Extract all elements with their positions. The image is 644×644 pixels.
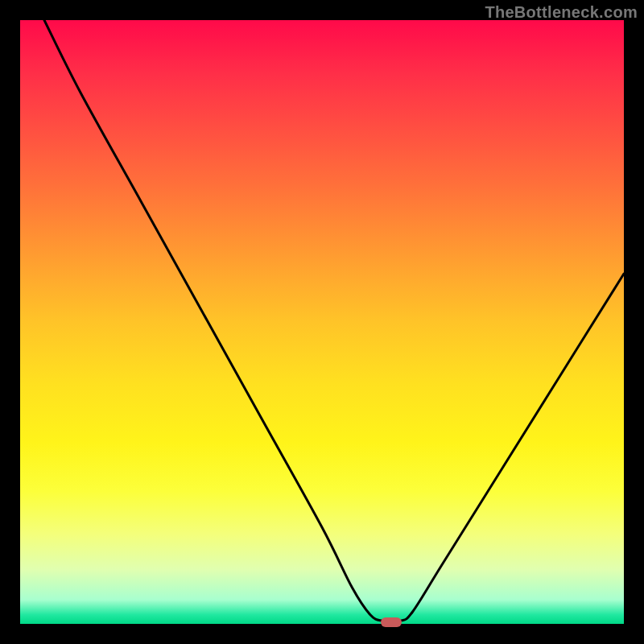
optimum-marker (381, 617, 402, 627)
plot-area (20, 20, 624, 624)
watermark-text: TheBottleneck.com (485, 3, 638, 22)
curve-layer (20, 20, 624, 624)
bottleneck-curve (44, 20, 624, 621)
chart-container: TheBottleneck.com (0, 0, 644, 644)
